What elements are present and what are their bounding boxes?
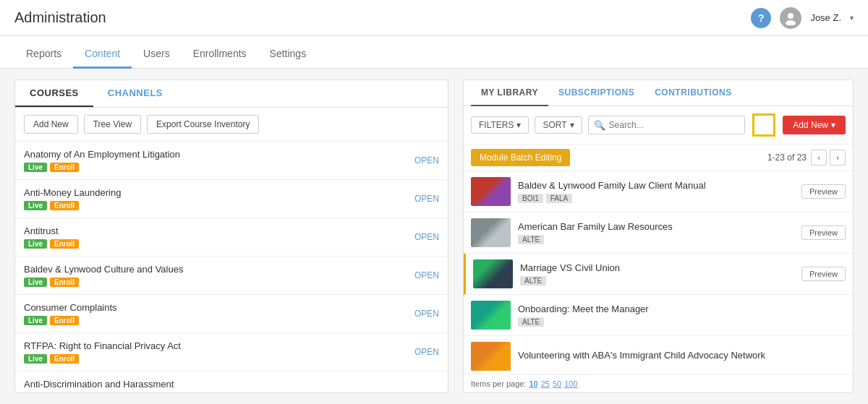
open-link[interactable]: OPEN [414, 194, 439, 204]
library-item: American Bar Family Law ResourcesALTEPre… [464, 212, 853, 254]
library-item: Volunteering with ABA's Immigrant Child … [464, 336, 853, 374]
lib-thumbnail [471, 342, 511, 371]
right-panel: MY LIBRARY SUBSCRIPTIONS CONTRIBUTIONS F… [463, 79, 854, 393]
course-title[interactable]: Anti-Discrimination and Harassment [24, 379, 174, 390]
sort-label: SORT [542, 120, 566, 130]
svg-point-0 [788, 13, 793, 19]
open-link[interactable]: OPEN [414, 155, 439, 166]
course-title[interactable]: Antitrust [24, 225, 79, 236]
tab-subscriptions[interactable]: SUBSCRIPTIONS [548, 80, 644, 106]
svg-point-1 [786, 20, 796, 25]
course-list: Anatomy of An Employment LitigationLiveE… [15, 142, 448, 397]
add-new-label: Add New [793, 120, 828, 130]
add-new-button[interactable]: Add New ▾ [783, 116, 846, 134]
open-link[interactable]: OPEN [414, 270, 439, 280]
lib-tag: ALTE [518, 235, 544, 244]
filters-chevron-icon: ▾ [516, 120, 521, 130]
tab-reports[interactable]: Reports [14, 40, 73, 69]
left-panel: COURSES CHANNELS Add New Tree View Expor… [14, 79, 448, 393]
tab-contributions[interactable]: CONTRIBUTIONS [644, 80, 742, 106]
course-title[interactable]: Baldev & Lynwood Culture and Values [24, 264, 183, 275]
filters-button[interactable]: FILTERS ▾ [471, 116, 529, 134]
add-new-chevron-icon: ▾ [831, 120, 835, 130]
next-page-button[interactable]: › [830, 150, 846, 166]
prev-page-button[interactable]: ‹ [811, 150, 827, 166]
badge-live: Live [24, 278, 47, 287]
badge-live: Live [24, 201, 47, 210]
ipp-100[interactable]: 100 [564, 379, 577, 388]
main-content: COURSES CHANNELS Add New Tree View Expor… [0, 69, 868, 404]
tab-settings[interactable]: Settings [258, 40, 318, 69]
badge-enroll: Enroll [50, 354, 79, 364]
search-icon: 🔍 [594, 120, 605, 131]
nav-bar: Reports Content Users Enrollments Settin… [0, 36, 868, 69]
top-header: Administration ? Jose Z. ▾ [0, 0, 868, 36]
cursor-circle [752, 113, 775, 137]
tab-content[interactable]: Content [73, 40, 132, 69]
tab-users[interactable]: Users [132, 40, 182, 69]
lib-thumbnail [471, 218, 511, 247]
header-right: ? Jose Z. ▾ [751, 7, 854, 29]
course-title[interactable]: Anatomy of An Employment Litigation [24, 149, 180, 160]
export-course-inventory-button[interactable]: Export Course Inventory [147, 115, 259, 134]
course-title[interactable]: Anti-Money Laundering [24, 187, 121, 198]
search-input[interactable] [588, 116, 746, 134]
sort-button[interactable]: SORT ▾ [535, 116, 582, 134]
badge-live: Live [24, 354, 47, 364]
preview-button[interactable]: Preview [801, 225, 846, 240]
library-item: Baldev & Lynwood Family Law Client Manua… [464, 171, 853, 212]
open-link[interactable]: OPEN [414, 309, 439, 319]
tab-courses[interactable]: COURSES [15, 80, 93, 107]
search-box: 🔍 [588, 116, 746, 134]
lib-title[interactable]: Volunteering with ABA's Immigrant Child … [518, 350, 846, 361]
course-title[interactable]: RTFPA: Right to Financial Privacy Act [24, 340, 181, 351]
preview-button[interactable]: Preview [801, 184, 846, 199]
badge-enroll: Enroll [50, 278, 79, 287]
tab-channels[interactable]: CHANNELS [93, 80, 177, 107]
course-title[interactable]: Consumer Complaints [24, 302, 117, 313]
lib-title[interactable]: Onboarding: Meet the Manager [518, 304, 846, 314]
library-item: Onboarding: Meet the ManagerALTE [464, 295, 853, 336]
filters-label: FILTERS [479, 120, 514, 130]
course-item: AntitrustLiveEnrollOPEN [15, 218, 448, 257]
lib-title[interactable]: Baldev & Lynwood Family Law Client Manua… [518, 180, 794, 191]
open-link[interactable]: OPEN [414, 347, 439, 357]
badge-enroll: Enroll [50, 163, 79, 172]
left-toolbar: Add New Tree View Export Course Inventor… [15, 108, 448, 142]
lib-thumbnail [471, 301, 511, 330]
avatar [780, 7, 801, 29]
course-item: Consumer ComplaintsLiveEnrollOPEN [15, 295, 448, 333]
tab-my-library[interactable]: MY LIBRARY [471, 80, 548, 106]
ipp-25[interactable]: 25 [541, 379, 550, 388]
badge-live: Live [24, 239, 47, 249]
course-item: Anti-Discrimination and Harassment [15, 371, 448, 397]
page-title: Administration [14, 9, 106, 26]
library-list: Baldev & Lynwood Family Law Client Manua… [464, 171, 853, 374]
user-name: Jose Z. [810, 12, 841, 23]
help-icon[interactable]: ? [751, 8, 771, 28]
badge-live: Live [24, 163, 47, 172]
lib-title[interactable]: American Bar Family Law Resources [518, 221, 794, 232]
open-link[interactable]: OPEN [414, 232, 439, 242]
lib-tag: ALTE [518, 317, 544, 327]
badge-live: Live [24, 316, 47, 325]
lib-title[interactable]: Marriage VS Civil Union [520, 262, 794, 273]
left-tabs: COURSES CHANNELS [15, 80, 448, 108]
course-item: Anatomy of An Employment LitigationLiveE… [15, 142, 448, 180]
tree-view-button[interactable]: Tree View [84, 115, 141, 134]
preview-button[interactable]: Preview [801, 267, 846, 281]
sort-chevron-icon: ▾ [570, 120, 574, 130]
tab-enrollments[interactable]: Enrollments [182, 40, 258, 69]
add-new-course-button[interactable]: Add New [24, 115, 78, 134]
pagination-arrows: ‹ › [811, 150, 846, 166]
right-action-bar: Module Batch Editing 1-23 of 23 ‹ › [464, 145, 853, 171]
ipp-50[interactable]: 50 [553, 379, 561, 388]
module-batch-editing-button[interactable]: Module Batch Editing [471, 149, 570, 166]
lib-thumbnail [471, 177, 511, 206]
course-item: Baldev & Lynwood Culture and ValuesLiveE… [15, 257, 448, 295]
chevron-down-icon[interactable]: ▾ [850, 14, 854, 22]
right-toolbar: FILTERS ▾ SORT ▾ 🔍 Add New ▾ [464, 106, 853, 145]
ipp-10[interactable]: 10 [529, 379, 537, 388]
library-item: Marriage VS Civil UnionALTEPreview [464, 254, 853, 295]
lib-tag: FALA [546, 194, 572, 203]
